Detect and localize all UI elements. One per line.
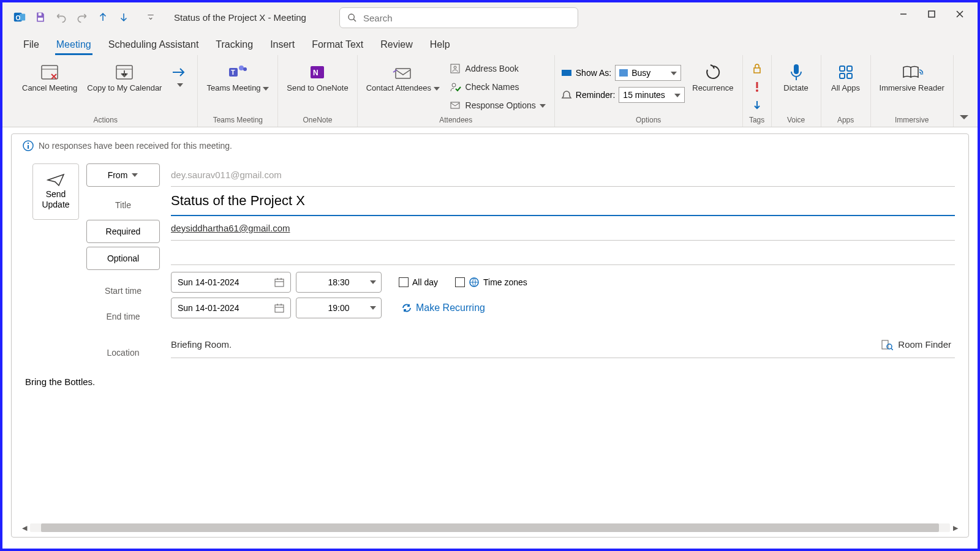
svg-rect-25 [840, 66, 845, 71]
reminder-select[interactable]: 15 minutes [619, 87, 685, 103]
calendar-icon [274, 303, 284, 313]
check-names-button[interactable]: Check Names [447, 78, 548, 96]
tab-scheduling-assistant[interactable]: Scheduling Assistant [100, 36, 208, 55]
svg-rect-24 [794, 64, 799, 74]
tab-insert[interactable]: Insert [262, 36, 303, 55]
send-update-button[interactable]: Send Update [32, 163, 79, 220]
next-item-button[interactable] [115, 9, 132, 26]
immersive-reader-button[interactable]: Immersive Reader [877, 60, 947, 94]
private-button[interactable] [749, 60, 765, 77]
svg-point-18 [452, 83, 456, 87]
start-time-label: Start time [86, 277, 160, 304]
svg-point-11 [239, 66, 244, 70]
end-date-picker[interactable]: Sun 14-01-2024 [171, 298, 291, 318]
all-apps-button[interactable]: All Apps [827, 60, 864, 94]
contact-attendees-button[interactable]: Contact Attendees [364, 60, 442, 94]
ribbon-group-options: Show As: Busy Reminder: 15 minutes [555, 55, 743, 127]
svg-point-30 [28, 143, 29, 144]
tab-help[interactable]: Help [421, 36, 459, 55]
room-finder-button[interactable]: Room Finder [877, 337, 955, 353]
title-label: Title [86, 190, 160, 220]
cancel-meeting-button[interactable]: Cancel Meeting [20, 60, 80, 94]
svg-rect-28 [847, 73, 852, 78]
search-box[interactable] [339, 7, 578, 28]
ribbon-collapse-button[interactable] [958, 111, 970, 123]
outlook-icon: O [11, 9, 28, 26]
tab-review[interactable]: Review [372, 36, 421, 55]
room-finder-icon [881, 339, 893, 350]
info-bar: No responses have been received for this… [12, 134, 968, 157]
show-as-icon [561, 69, 572, 77]
start-date-picker[interactable]: Sun 14-01-2024 [171, 272, 291, 293]
tab-tracking[interactable]: Tracking [207, 36, 262, 55]
svg-rect-6 [929, 11, 935, 17]
low-importance-button[interactable] [749, 97, 765, 114]
optional-button[interactable]: Optional [86, 247, 160, 270]
high-importance-button[interactable] [749, 78, 765, 96]
redo-button[interactable] [74, 9, 91, 26]
svg-rect-26 [847, 66, 852, 71]
all-day-checkbox[interactable]: All day [399, 277, 438, 287]
meeting-body[interactable]: Bring the Bottles. [12, 368, 968, 387]
show-as-select[interactable]: Busy [615, 65, 681, 81]
svg-rect-32 [275, 279, 284, 287]
send-to-onenote-button[interactable]: N Send to OneNote [284, 60, 350, 94]
svg-rect-31 [28, 145, 29, 149]
from-field[interactable]: dey.saurav011@gmail.com [171, 163, 955, 187]
required-field[interactable]: deysiddhartha61@gmail.com [171, 216, 955, 241]
svg-text:T: T [231, 69, 235, 76]
time-zones-checkbox[interactable]: Time zones [455, 277, 527, 288]
titlebar: O Status of the Project X - Meeting [2, 2, 978, 32]
tab-format-text[interactable]: Format Text [303, 36, 372, 55]
location-label: Location [86, 337, 160, 368]
svg-point-36 [887, 344, 892, 349]
search-input[interactable] [363, 13, 570, 23]
info-icon [23, 140, 34, 151]
svg-point-17 [454, 66, 456, 69]
horizontal-scrollbar[interactable]: ◀ ▶ [19, 522, 961, 533]
optional-field[interactable] [171, 241, 955, 265]
ribbon-group-tags: Tags [743, 55, 772, 127]
prev-item-button[interactable] [94, 9, 111, 26]
svg-rect-27 [840, 73, 845, 78]
required-button[interactable]: Required [86, 220, 160, 243]
ribbon-group-immersive: Immersive Reader Immersive [871, 55, 954, 127]
ribbon-tabs: File Meeting Scheduling Assistant Tracki… [2, 32, 978, 55]
minimize-button[interactable] [889, 2, 918, 26]
location-field[interactable]: Briefing Room. [171, 339, 877, 350]
scroll-thumb[interactable] [41, 523, 939, 532]
tab-meeting[interactable]: Meeting [48, 36, 100, 55]
scroll-left-arrow[interactable]: ◀ [19, 524, 30, 532]
end-time-picker[interactable]: 19:00 [296, 298, 382, 318]
maximize-button[interactable] [918, 2, 946, 26]
response-options-button[interactable]: Response Options [447, 97, 548, 114]
make-recurring-link[interactable]: Make Recurring [401, 302, 485, 313]
title-field[interactable] [171, 187, 955, 216]
title-input[interactable] [171, 193, 955, 209]
calendar-icon [274, 277, 284, 287]
scroll-right-arrow[interactable]: ▶ [950, 524, 961, 532]
start-time-picker[interactable]: 18:30 [296, 272, 382, 293]
svg-rect-34 [275, 305, 284, 312]
svg-rect-20 [562, 70, 571, 76]
recurrence-button[interactable]: Recurrence [690, 60, 736, 94]
from-button[interactable]: From [86, 163, 160, 187]
qat-customize-button[interactable] [142, 9, 159, 26]
svg-rect-3 [39, 13, 42, 15]
send-icon [47, 173, 65, 187]
tab-file[interactable]: File [15, 36, 48, 55]
teams-meeting-button[interactable]: T Teams Meeting [204, 60, 271, 94]
ribbon-group-teams: T Teams Meeting Teams Meeting [198, 55, 278, 127]
dictate-button[interactable]: Dictate [778, 60, 815, 94]
save-button[interactable] [32, 9, 49, 26]
ribbon-group-onenote: N Send to OneNote OneNote [278, 55, 357, 127]
ribbon-group-actions: Cancel Meeting Copy to My Calendar Actio… [13, 55, 198, 127]
undo-button[interactable] [53, 9, 70, 26]
forward-button[interactable] [169, 60, 191, 89]
svg-text:O: O [16, 15, 21, 21]
copy-to-calendar-button[interactable]: Copy to My Calendar [85, 60, 164, 94]
ribbon: Cancel Meeting Copy to My Calendar Actio… [2, 55, 978, 127]
address-book-button[interactable]: Address Book [447, 60, 548, 77]
svg-rect-4 [38, 18, 43, 21]
close-button[interactable] [946, 2, 974, 26]
